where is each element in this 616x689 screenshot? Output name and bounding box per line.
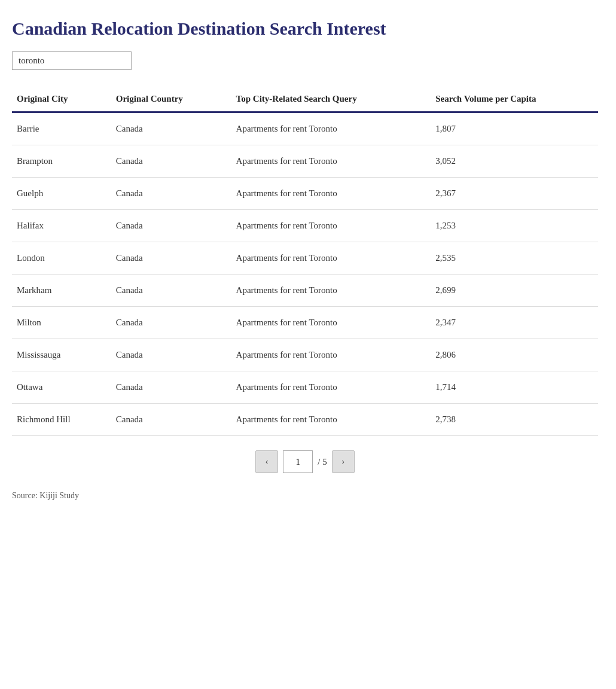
- cell-query: Apartments for rent Toronto: [229, 404, 429, 436]
- cell-query: Apartments for rent Toronto: [229, 242, 429, 275]
- cell-volume: 2,367: [428, 178, 598, 210]
- cell-country: Canada: [109, 178, 229, 210]
- cell-volume: 2,347: [428, 307, 598, 339]
- results-table: Original City Original Country Top City-…: [12, 88, 598, 436]
- cell-country: Canada: [109, 275, 229, 307]
- cell-query: Apartments for rent Toronto: [229, 275, 429, 307]
- cell-country: Canada: [109, 404, 229, 436]
- table-row: HalifaxCanadaApartments for rent Toronto…: [12, 210, 598, 242]
- cell-city: Ottawa: [12, 371, 109, 404]
- cell-volume: 3,052: [428, 145, 598, 178]
- table-row: MiltonCanadaApartments for rent Toronto2…: [12, 307, 598, 339]
- cell-volume: 2,699: [428, 275, 598, 307]
- table-row: BramptonCanadaApartments for rent Toront…: [12, 145, 598, 178]
- cell-country: Canada: [109, 242, 229, 275]
- cell-query: Apartments for rent Toronto: [229, 145, 429, 178]
- cell-country: Canada: [109, 307, 229, 339]
- cell-country: Canada: [109, 112, 229, 145]
- cell-query: Apartments for rent Toronto: [229, 178, 429, 210]
- table-row: Richmond HillCanadaApartments for rent T…: [12, 404, 598, 436]
- pagination: ‹ / 5 ›: [12, 450, 598, 473]
- cell-country: Canada: [109, 210, 229, 242]
- cell-city: Markham: [12, 275, 109, 307]
- cell-city: Barrie: [12, 112, 109, 145]
- table-header-row: Original City Original Country Top City-…: [12, 88, 598, 112]
- cell-volume: 1,807: [428, 112, 598, 145]
- col-header-country: Original Country: [109, 88, 229, 112]
- cell-city: Guelph: [12, 178, 109, 210]
- cell-city: Brampton: [12, 145, 109, 178]
- search-input[interactable]: [12, 51, 132, 70]
- cell-volume: 1,253: [428, 210, 598, 242]
- cell-volume: 1,714: [428, 371, 598, 404]
- next-page-button[interactable]: ›: [332, 450, 355, 473]
- table-row: OttawaCanadaApartments for rent Toronto1…: [12, 371, 598, 404]
- cell-volume: 2,535: [428, 242, 598, 275]
- cell-query: Apartments for rent Toronto: [229, 210, 429, 242]
- cell-city: London: [12, 242, 109, 275]
- cell-country: Canada: [109, 371, 229, 404]
- table-row: GuelphCanadaApartments for rent Toronto2…: [12, 178, 598, 210]
- table-row: MississaugaCanadaApartments for rent Tor…: [12, 339, 598, 371]
- cell-query: Apartments for rent Toronto: [229, 371, 429, 404]
- cell-city: Milton: [12, 307, 109, 339]
- cell-country: Canada: [109, 145, 229, 178]
- page-number-input[interactable]: [283, 450, 313, 473]
- cell-city: Halifax: [12, 210, 109, 242]
- table-row: LondonCanadaApartments for rent Toronto2…: [12, 242, 598, 275]
- cell-city: Richmond Hill: [12, 404, 109, 436]
- cell-country: Canada: [109, 339, 229, 371]
- cell-query: Apartments for rent Toronto: [229, 339, 429, 371]
- col-header-query: Top City-Related Search Query: [229, 88, 429, 112]
- col-header-city: Original City: [12, 88, 109, 112]
- page-separator: / 5: [318, 457, 327, 467]
- cell-city: Mississauga: [12, 339, 109, 371]
- table-row: BarrieCanadaApartments for rent Toronto1…: [12, 112, 598, 145]
- table-row: MarkhamCanadaApartments for rent Toronto…: [12, 275, 598, 307]
- cell-volume: 2,806: [428, 339, 598, 371]
- prev-page-button[interactable]: ‹: [255, 450, 278, 473]
- cell-query: Apartments for rent Toronto: [229, 307, 429, 339]
- source-attribution: Source: Kijiji Study: [12, 491, 598, 501]
- page-title: Canadian Relocation Destination Search I…: [12, 18, 598, 39]
- cell-query: Apartments for rent Toronto: [229, 112, 429, 145]
- cell-volume: 2,738: [428, 404, 598, 436]
- col-header-volume: Search Volume per Capita: [428, 88, 598, 112]
